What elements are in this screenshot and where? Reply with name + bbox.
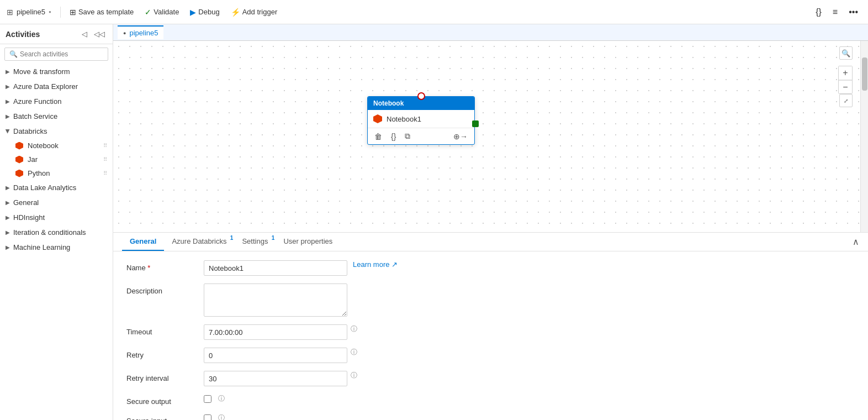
secure-input-info-icon[interactable]: ⓘ	[218, 413, 225, 420]
secure-input-label: Secure input	[126, 413, 204, 420]
sidebar-item-data-lake-analytics[interactable]: ▶ Data Lake Analytics	[0, 180, 113, 195]
sidebar: Activities ◁ ◁◁ 🔍 ▶ Move & transform ▶ A…	[0, 24, 113, 420]
node-copy-button[interactable]: ⧉	[404, 130, 411, 142]
sidebar-item-batch-service[interactable]: ▶ Batch Service	[0, 109, 113, 124]
node-code-button[interactable]: {}	[390, 130, 397, 142]
chevron-right-icon: ▶	[6, 185, 10, 191]
timeout-input[interactable]	[204, 324, 347, 340]
vertical-scrollbar[interactable]	[860, 41, 868, 232]
canvas-workspace[interactable]: Notebook Notebook1 🗑 {} ⧉ ⊕→ 🔍	[113, 41, 868, 232]
tab-azure-databricks[interactable]: Azure Databricks 1	[164, 233, 234, 251]
collapse-panel-button[interactable]: ∧	[853, 237, 859, 247]
more-options-button[interactable]: •••	[845, 5, 861, 19]
sidebar-item-azure-function[interactable]: ▶ Azure Function	[0, 94, 113, 109]
drag-handle-icon[interactable]: ⠿	[103, 170, 107, 176]
node-delete-button[interactable]: 🗑	[373, 130, 383, 142]
chevron-right-icon: ▶	[6, 214, 10, 221]
debug-icon: ▶	[190, 8, 196, 17]
tab-general[interactable]: General	[122, 233, 164, 251]
drag-handle-icon[interactable]: ⠿	[103, 156, 107, 162]
canvas-search-button[interactable]: 🔍	[839, 46, 853, 60]
debug-button[interactable]: ▶ Debug	[186, 6, 224, 19]
fit-to-screen-button[interactable]: ⤢	[839, 94, 853, 107]
node-connect-button[interactable]: ⊕→	[452, 131, 469, 142]
sidebar-item-iteration-conditionals[interactable]: ▶ Iteration & conditionals	[0, 225, 113, 240]
validate-button[interactable]: ✓ Validate	[140, 6, 183, 19]
name-input[interactable]	[204, 260, 347, 276]
sidebar-item-jar[interactable]: Jar ⠿	[0, 153, 113, 166]
sidebar-collapse-button[interactable]: ◁	[80, 29, 89, 39]
sidebar-item-azure-data-explorer[interactable]: ▶ Azure Data Explorer	[0, 79, 113, 94]
pipeline-tab-item[interactable]: ● pipeline5	[118, 25, 163, 39]
retry-info-icon[interactable]: ⓘ	[351, 348, 357, 357]
main-layout: Activities ◁ ◁◁ 🔍 ▶ Move & transform ▶ A…	[0, 24, 868, 420]
drag-handle-icon[interactable]: ⠿	[103, 143, 107, 149]
chevron-right-icon: ▶	[6, 69, 10, 75]
sidebar-header-icons: ◁ ◁◁	[80, 29, 107, 39]
search-input[interactable]	[20, 50, 103, 58]
retry-interval-info-icon[interactable]: ⓘ	[351, 371, 357, 380]
node-footer-actions: 🗑 {} ⧉	[373, 130, 411, 142]
sidebar-minimize-button[interactable]: ◁◁	[92, 29, 107, 39]
python-label: Python	[28, 169, 50, 177]
form-row-timeout: Timeout ⓘ	[126, 324, 855, 340]
tab-settings-label: Settings	[242, 237, 268, 245]
tab-user-properties[interactable]: User properties	[276, 233, 340, 251]
description-label: Description	[126, 284, 204, 295]
sidebar-category-label: Azure Data Explorer	[13, 82, 78, 91]
secure-input-checkbox-row: ⓘ	[204, 413, 225, 420]
sidebar-category-label: Azure Function	[13, 97, 61, 106]
tab-settings[interactable]: Settings 1	[234, 233, 276, 251]
jar-databricks-icon	[15, 156, 23, 164]
sidebar-item-notebook[interactable]: Notebook ⠿	[0, 139, 113, 153]
sidebar-content: ▶ Move & transform ▶ Azure Data Explorer…	[0, 64, 113, 420]
app-icon: ⊞	[7, 8, 13, 17]
add-trigger-button[interactable]: ⚡ Add trigger	[226, 6, 282, 19]
form-row-retry: Retry ⓘ	[126, 348, 855, 363]
scrollbar-thumb	[862, 57, 867, 91]
tab-azure-databricks-label: Azure Databricks	[172, 237, 226, 245]
sidebar-item-general[interactable]: ▶ General	[0, 195, 113, 210]
sidebar-item-python[interactable]: Python ⠿	[0, 166, 113, 180]
sidebar-category-label: Batch Service	[13, 112, 57, 120]
secure-output-checkbox[interactable]	[204, 395, 211, 403]
retry-input[interactable]	[204, 348, 347, 363]
form-row-secure-output: Secure output ⓘ	[126, 394, 855, 406]
sidebar-category-label: Iteration & conditionals	[13, 228, 86, 237]
learn-more-link[interactable]: Learn more ↗	[353, 260, 398, 269]
secure-output-info-icon[interactable]: ⓘ	[218, 394, 225, 403]
sidebar-item-machine-learning[interactable]: ▶ Machine Learning	[0, 240, 113, 255]
sidebar-item-move-transform[interactable]: ▶ Move & transform	[0, 64, 113, 79]
notebook-node-name: Notebook1	[387, 115, 421, 123]
required-asterisk: *	[147, 264, 150, 272]
validate-icon: ✓	[145, 8, 151, 17]
sidebar-item-databricks[interactable]: ▶ Databricks	[0, 124, 113, 139]
sidebar-header: Activities ◁ ◁◁	[0, 24, 113, 44]
sidebar-category-label: Move & transform	[13, 67, 70, 76]
description-input[interactable]	[204, 284, 347, 317]
chevron-right-icon: ▶	[6, 244, 10, 250]
chevron-right-icon: ▶	[6, 200, 10, 206]
form-area: Name * Learn more ↗ Description Timeout …	[113, 251, 868, 420]
zoom-in-button[interactable]: +	[839, 66, 852, 80]
code-icon-button[interactable]: {}	[812, 5, 825, 19]
secure-input-checkbox[interactable]	[204, 414, 211, 421]
node-top-connector[interactable]	[417, 92, 425, 100]
timeout-info-icon[interactable]: ⓘ	[351, 324, 357, 334]
save-template-button[interactable]: ⊞ Save as template	[65, 6, 138, 19]
toolbar-left: ⊞ pipeline5 ● ⊞ Save as template ✓ Valid…	[7, 6, 282, 19]
zoom-out-button[interactable]: −	[839, 80, 852, 93]
sidebar-title: Activities	[6, 30, 40, 39]
chevron-right-icon: ▶	[6, 113, 10, 119]
secure-output-checkbox-row: ⓘ	[204, 394, 225, 403]
retry-interval-input[interactable]	[204, 371, 347, 386]
notebook-node-icon	[373, 114, 382, 123]
node-right-connector[interactable]	[472, 120, 479, 127]
trigger-icon: ⚡	[231, 8, 240, 17]
app-unsaved-dot: ●	[49, 9, 51, 14]
search-box: 🔍	[4, 48, 108, 61]
filter-icon-button[interactable]: ≡	[829, 5, 841, 19]
chevron-right-icon: ▶	[6, 83, 10, 90]
chevron-right-icon: ▶	[6, 229, 10, 235]
sidebar-item-hdinsight[interactable]: ▶ HDInsight	[0, 210, 113, 225]
